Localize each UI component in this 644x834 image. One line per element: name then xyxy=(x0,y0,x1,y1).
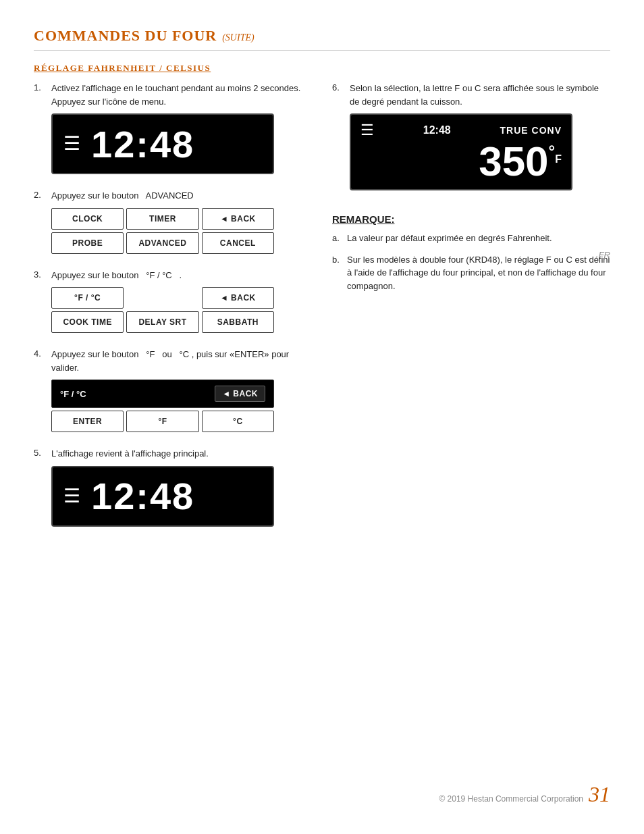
step-2: 2. Appuyez sur le bouton ADVANCED CLOCK … xyxy=(34,189,312,257)
oven-display-5: ☰ 12:48 xyxy=(51,466,274,527)
conv-unit: F xyxy=(555,154,562,165)
step-1-content: Activez l'affichage en le touchant penda… xyxy=(51,82,312,177)
button-grid-2: CLOCK TIMER ◄ BACK PROBE ADVANCED CANCEL xyxy=(51,208,274,254)
clock-time-1: 12:48 xyxy=(91,122,194,166)
delay-srt-button[interactable]: DELAY SRT xyxy=(126,311,198,333)
back-button-3[interactable]: ◄ BACK xyxy=(202,287,274,309)
step-2-num: 2. xyxy=(34,189,46,200)
page-header: COMMANDES DU FOUR (SUITE) xyxy=(34,27,610,51)
step-4-text: Appuyez sur le bouton °F ou °C , puis su… xyxy=(51,348,312,374)
remark-b: b. Sur les modèles à double four (KRD48)… xyxy=(332,253,610,293)
section-heading: RÉGLAGE FAHRENHEIT / CELSIUS xyxy=(34,63,610,74)
copyright: © 2019 Hestan Commercial Corporation xyxy=(439,794,583,804)
step-3: 3. Appuyez sur le bouton °F / °C . °F / … xyxy=(34,269,312,336)
fahr-celsius-label-4: °F / °C xyxy=(60,389,86,399)
fahrenheit-button[interactable]: °F xyxy=(126,411,198,432)
step-2-text: Appuyez sur le bouton ADVANCED xyxy=(51,189,312,203)
advanced-button[interactable]: ADVANCED xyxy=(126,232,198,254)
step-4: 4. Appuyez sur le bouton °F ou °C , puis… xyxy=(34,348,312,435)
conv-time: 12:48 xyxy=(423,124,451,136)
cancel-button[interactable]: CANCEL xyxy=(202,232,274,254)
remark-a-label: a. xyxy=(332,232,342,245)
main-content: 1. Activez l'affichage en le touchant pe… xyxy=(34,82,610,542)
remark-heading: REMARQUE: xyxy=(332,213,610,225)
step-3-text: Appuyez sur le bouton °F / °C . xyxy=(51,269,312,282)
step-1-num: 1. xyxy=(34,82,46,93)
right-column: 6. Selon la sélection, la lettre F ou C … xyxy=(332,82,610,542)
probe-button[interactable]: PROBE xyxy=(51,232,124,254)
step-6-content: Selon la sélection, la lettre F ou C ser… xyxy=(350,82,610,193)
fahr-celsius-button[interactable]: °F / °C xyxy=(51,287,124,309)
page-subtitle: (SUITE) xyxy=(222,32,254,43)
step-5-content: L'affichage revient à l'affichage princi… xyxy=(51,447,312,529)
cook-time-button[interactable]: COOK TIME xyxy=(51,311,124,333)
step-2-content: Appuyez sur le bouton ADVANCED CLOCK TIM… xyxy=(51,189,312,257)
empty-button-3 xyxy=(126,287,198,309)
remark-list: a. La valeur par défaut exprimée en degr… xyxy=(332,232,610,292)
remark-a-text: La valeur par défaut exprimée en degrés … xyxy=(347,232,552,245)
remark-section: REMARQUE: a. La valeur par défaut exprim… xyxy=(332,213,610,292)
button-grid-3: °F / °C ◄ BACK COOK TIME DELAY SRT SABBA… xyxy=(51,287,274,333)
step-1-text: Activez l'affichage en le touchant penda… xyxy=(51,82,312,108)
celsius-button[interactable]: °C xyxy=(202,411,274,432)
back-button-4[interactable]: ◄ BACK xyxy=(215,386,265,402)
menu-icon-6: ☰ xyxy=(360,122,374,139)
step-6-num: 6. xyxy=(332,82,344,93)
left-column: 1. Activez l'affichage en le touchant pe… xyxy=(34,82,312,542)
true-conv-label: TRUE CONV xyxy=(500,125,562,136)
step-5-text: L'affichage revient à l'affichage princi… xyxy=(51,447,312,461)
step-6: 6. Selon la sélection, la lettre F ou C … xyxy=(332,82,610,193)
page-title: COMMANDES DU FOUR xyxy=(34,27,217,45)
remark-a: a. La valeur par défaut exprimée en degr… xyxy=(332,232,610,245)
back-button-2[interactable]: ◄ BACK xyxy=(202,208,274,230)
remark-b-label: b. xyxy=(332,253,342,293)
remark-b-text: Sur les modèles à double four (KRD48), l… xyxy=(347,253,610,293)
oven-display-6: ☰ 12:48 TRUE CONV 350 ° F xyxy=(350,113,572,190)
menu-icon-5: ☰ xyxy=(63,487,80,506)
step-5: 5. L'affichage revient à l'affichage pri… xyxy=(34,447,312,529)
fr-badge: FR xyxy=(599,250,610,260)
page-footer: © 2019 Hestan Commercial Corporation 31 xyxy=(439,782,610,807)
step-3-content: Appuyez sur le bouton °F / °C . °F / °C … xyxy=(51,269,312,336)
page-number: 31 xyxy=(589,782,610,807)
menu-icon-1: ☰ xyxy=(63,134,80,153)
clock-button[interactable]: CLOCK xyxy=(51,208,124,230)
timer-button[interactable]: TIMER xyxy=(126,208,198,230)
oven-display-1: ☰ 12:48 xyxy=(51,113,274,174)
step-1: 1. Activez l'affichage en le touchant pe… xyxy=(34,82,312,177)
step-4-content: Appuyez sur le bouton °F ou °C , puis su… xyxy=(51,348,312,435)
step-6-text: Selon la sélection, la lettre F ou C ser… xyxy=(350,82,610,108)
sabbath-button[interactable]: SABBATH xyxy=(202,311,274,333)
step-4-num: 4. xyxy=(34,348,46,359)
step-5-num: 5. xyxy=(34,447,46,458)
conv-temp: 350 xyxy=(479,140,548,182)
conv-deg: ° xyxy=(549,143,556,159)
enter-button[interactable]: ENTER xyxy=(51,411,124,432)
step-3-num: 3. xyxy=(34,269,46,280)
clock-time-5: 12:48 xyxy=(91,474,194,518)
button-grid-4: °F / °C ◄ BACK ENTER °F °C xyxy=(51,380,274,432)
